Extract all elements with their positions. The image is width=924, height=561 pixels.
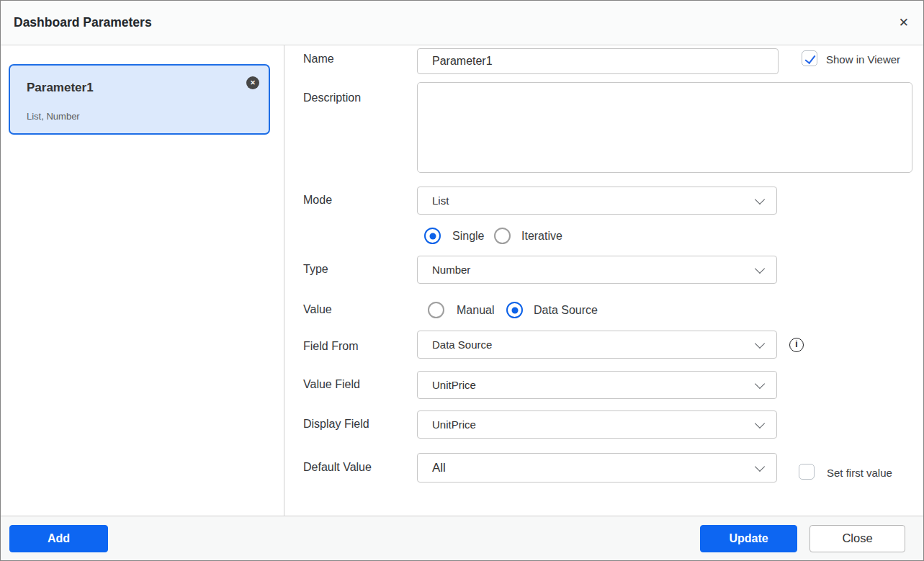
show-in-viewer-checkbox[interactable]	[802, 50, 817, 66]
dialog-footer: Add Update Close	[1, 516, 923, 560]
display-field-dropdown[interactable]: UnitPrice	[417, 410, 777, 439]
parameter-form: Name Show in Viewer Description Mode Lis…	[285, 45, 923, 517]
show-in-viewer-label: Show in Viewer	[826, 52, 900, 68]
display-field-label: Display Field	[303, 417, 369, 431]
add-button[interactable]: Add	[9, 525, 108, 552]
value-field-dropdown-value: UnitPrice	[432, 372, 476, 398]
radio-manual[interactable]	[428, 302, 444, 318]
field-from-dropdown[interactable]: Data Source	[417, 331, 777, 359]
dialog-header: Dashboard Parameters ✕	[1, 1, 923, 45]
close-button[interactable]: Close	[809, 525, 905, 552]
value-label: Value	[303, 302, 332, 317]
info-icon[interactable]: i	[789, 338, 804, 352]
value-field-dropdown[interactable]: UnitPrice	[417, 371, 777, 399]
radio-data-source[interactable]	[506, 302, 523, 318]
chevron-down-icon	[755, 264, 765, 274]
display-field-dropdown-value: UnitPrice	[432, 411, 476, 438]
radio-single[interactable]	[424, 228, 441, 244]
default-value-dropdown[interactable]: All	[417, 453, 777, 483]
radio-data-source-label: Data Source	[534, 302, 598, 318]
dashboard-parameters-dialog: Dashboard Parameters ✕ Parameter1 List, …	[0, 0, 924, 561]
mode-dropdown[interactable]: List	[417, 187, 777, 215]
radio-manual-label: Manual	[457, 302, 494, 318]
radio-single-label: Single	[452, 228, 484, 244]
chevron-down-icon	[755, 418, 765, 428]
set-first-value-label: Set first value	[827, 465, 892, 481]
description-label: Description	[303, 91, 361, 105]
type-label: Type	[303, 262, 328, 277]
mode-label: Mode	[303, 193, 332, 207]
default-value-dropdown-value: All	[432, 454, 446, 482]
dialog-close-icon[interactable]: ✕	[896, 1, 912, 45]
parameter-list-panel: Parameter1 List, Number ✕	[1, 45, 284, 517]
description-textarea[interactable]	[417, 82, 912, 173]
chevron-down-icon	[755, 194, 765, 205]
set-first-value-checkbox[interactable]	[799, 464, 815, 480]
dialog-title: Dashboard Parameters	[14, 1, 152, 45]
parameter-card-title: Parameter1	[27, 81, 94, 95]
field-from-label: Field From	[303, 339, 358, 354]
value-field-label: Value Field	[303, 377, 360, 392]
field-from-dropdown-value: Data Source	[432, 331, 492, 358]
type-dropdown[interactable]: Number	[417, 256, 777, 284]
remove-parameter-icon[interactable]: ✕	[246, 76, 259, 89]
footer-right-group: Update Close	[700, 525, 905, 552]
name-input[interactable]	[417, 48, 779, 74]
radio-iterative-label: Iterative	[521, 228, 562, 244]
chevron-down-icon	[755, 338, 765, 349]
name-label: Name	[303, 52, 334, 66]
default-value-label: Default Value	[303, 460, 372, 475]
chevron-down-icon	[755, 379, 765, 389]
parameter-card[interactable]: Parameter1 List, Number ✕	[9, 64, 270, 135]
update-button[interactable]: Update	[700, 525, 797, 552]
mode-dropdown-value: List	[432, 187, 449, 214]
chevron-down-icon	[755, 462, 765, 472]
parameter-card-subtitle: List, Number	[27, 111, 80, 122]
type-dropdown-value: Number	[432, 256, 470, 283]
radio-iterative[interactable]	[494, 228, 511, 244]
